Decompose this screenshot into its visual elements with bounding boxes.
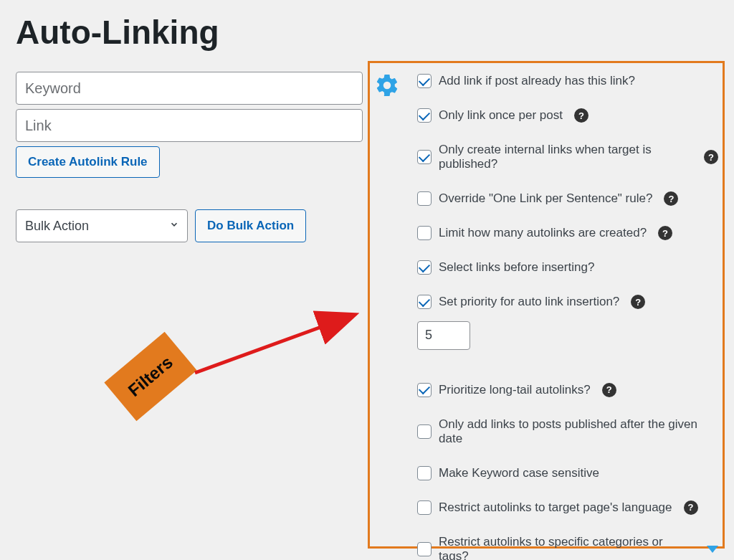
option-label: Make Keyword case sensitive bbox=[439, 466, 599, 480]
checkbox-icon[interactable] bbox=[417, 500, 432, 515]
checkbox-icon[interactable] bbox=[417, 383, 432, 397]
link-input[interactable] bbox=[16, 109, 363, 142]
checkbox-icon[interactable] bbox=[417, 226, 432, 240]
svg-line-1 bbox=[195, 315, 353, 373]
option-label: Override "One Link per Sentence" rule? bbox=[439, 191, 652, 206]
option-prioritize-long-tail[interactable]: Prioritize long-tail autolinks? ? bbox=[417, 383, 718, 397]
option-case-sensitive[interactable]: Make Keyword case sensitive bbox=[417, 466, 718, 480]
annotation-arrow bbox=[188, 301, 374, 387]
page-title: Auto-Linking bbox=[16, 13, 219, 52]
bulk-action-row: Bulk Action Do Bulk Action bbox=[16, 209, 363, 242]
option-set-priority[interactable]: Set priority for auto link insertion? ? bbox=[417, 295, 718, 309]
option-label: Only add links to posts published after … bbox=[439, 417, 718, 446]
option-posts-after-date[interactable]: Only add links to posts published after … bbox=[417, 417, 718, 446]
option-limit-autolinks[interactable]: Limit how many autolinks are created? ? bbox=[417, 226, 718, 240]
option-internal-links-published[interactable]: Only create internal links when target i… bbox=[417, 143, 718, 171]
checkbox-icon[interactable] bbox=[417, 295, 432, 309]
option-select-before-insert[interactable]: Select links before inserting? bbox=[417, 260, 718, 275]
option-link-once-per-post[interactable]: Only link once per post ? bbox=[417, 108, 718, 123]
checkbox-icon[interactable] bbox=[417, 108, 432, 123]
option-add-link-if-exists[interactable]: Add link if post already has this link? bbox=[417, 74, 718, 88]
left-column: Create Autolink Rule Bulk Action Do Bulk… bbox=[16, 72, 363, 242]
checkbox-icon[interactable] bbox=[417, 260, 432, 275]
checkbox-icon[interactable] bbox=[417, 191, 432, 206]
checkbox-icon[interactable] bbox=[417, 74, 432, 88]
create-autolink-button[interactable]: Create Autolink Rule bbox=[16, 146, 160, 178]
annotation-filters-label: Filters bbox=[104, 332, 196, 421]
help-icon[interactable]: ? bbox=[684, 500, 698, 515]
checkbox-icon[interactable] bbox=[417, 466, 432, 480]
option-label: Select links before inserting? bbox=[439, 260, 594, 275]
help-icon[interactable]: ? bbox=[658, 226, 672, 240]
checkbox-icon[interactable] bbox=[417, 424, 432, 439]
option-label: Only link once per post bbox=[439, 108, 563, 123]
option-label: Restrict autolinks to target page's lang… bbox=[439, 500, 672, 515]
gear-icon bbox=[374, 72, 400, 101]
help-icon[interactable]: ? bbox=[574, 108, 588, 123]
bulk-action-select[interactable]: Bulk Action bbox=[16, 209, 188, 242]
help-icon[interactable]: ? bbox=[631, 295, 645, 309]
priority-input[interactable] bbox=[417, 321, 470, 350]
expand-down-icon[interactable] bbox=[707, 546, 718, 553]
options-list: Add link if post already has this link? … bbox=[417, 74, 718, 560]
option-override-one-link-per-sentence[interactable]: Override "One Link per Sentence" rule? ? bbox=[417, 191, 718, 206]
option-label: Restrict autolinks to specific categorie… bbox=[439, 535, 694, 561]
help-icon[interactable]: ? bbox=[602, 383, 616, 397]
option-label: Set priority for auto link insertion? bbox=[439, 295, 619, 309]
help-icon[interactable]: ? bbox=[664, 191, 678, 206]
checkbox-icon[interactable] bbox=[417, 150, 432, 164]
option-label: Add link if post already has this link? bbox=[439, 74, 635, 88]
do-bulk-action-button[interactable]: Do Bulk Action bbox=[195, 209, 306, 242]
option-restrict-language[interactable]: Restrict autolinks to target page's lang… bbox=[417, 500, 718, 515]
option-label: Limit how many autolinks are created? bbox=[439, 226, 647, 240]
help-icon[interactable]: ? bbox=[704, 150, 718, 164]
checkbox-icon[interactable] bbox=[417, 542, 432, 556]
option-label: Prioritize long-tail autolinks? bbox=[439, 383, 591, 397]
keyword-input[interactable] bbox=[16, 72, 363, 105]
option-restrict-categories[interactable]: Restrict autolinks to specific categorie… bbox=[417, 535, 718, 561]
option-label: Only create internal links when target i… bbox=[439, 143, 692, 171]
